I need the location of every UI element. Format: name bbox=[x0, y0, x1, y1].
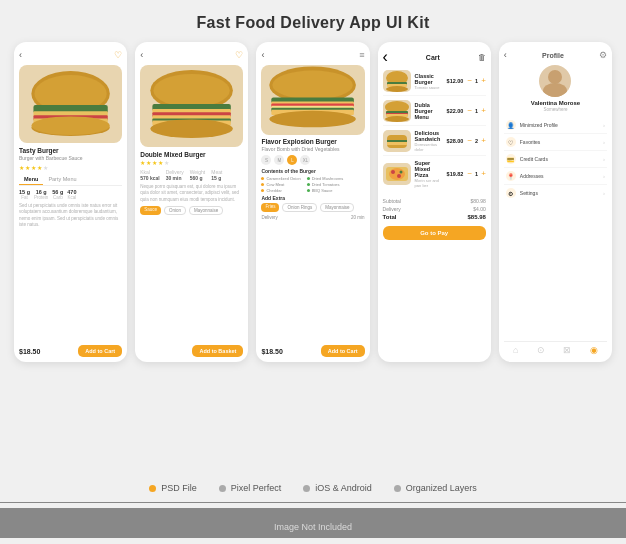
chevron-favorites: › bbox=[603, 139, 605, 145]
svg-point-25 bbox=[270, 111, 357, 128]
svg-point-42 bbox=[399, 171, 402, 174]
chevron-cards: › bbox=[603, 156, 605, 162]
svg-point-40 bbox=[391, 170, 395, 174]
qty-plus-1[interactable]: + bbox=[481, 77, 486, 85]
favorite-icon-s2[interactable]: ♡ bbox=[235, 50, 243, 60]
feat-ios: iOS & Android bbox=[303, 483, 372, 493]
footer: PSD File Pixel Perfect iOS & Android Org… bbox=[0, 475, 626, 544]
cart-qty-3: − 2 + bbox=[467, 137, 485, 145]
food-title-s1: Tasty Burger bbox=[19, 147, 122, 154]
svg-rect-37 bbox=[387, 142, 407, 145]
feat-layers: Organized Layers bbox=[394, 483, 477, 493]
settings-icon: ⚙ bbox=[506, 188, 516, 198]
cart-img-3 bbox=[383, 130, 411, 152]
cart-price-2: $22.00 bbox=[447, 108, 464, 114]
bottom-nav-s5: ⌂ ⊙ ⊠ ◉ bbox=[504, 341, 607, 357]
pixel-dot bbox=[219, 485, 226, 492]
cards-icon: 💳 bbox=[506, 154, 516, 164]
food-image-s1 bbox=[19, 65, 122, 143]
menu-item-addresses[interactable]: 📍 Addresses › bbox=[504, 168, 607, 185]
extras-s2: Sauce Onion Mayonnaise bbox=[140, 206, 243, 215]
qty-minus-4[interactable]: − bbox=[467, 170, 472, 178]
price-row-s1: $18.50 Add to Cart bbox=[19, 343, 122, 357]
svg-point-7 bbox=[31, 116, 109, 135]
delivery-row-s3: Delivery 20 min bbox=[261, 215, 364, 220]
food-image-s2 bbox=[140, 65, 243, 147]
back-arrow-s5[interactable]: ‹ bbox=[504, 50, 507, 60]
bnav-home[interactable]: ⌂ bbox=[513, 345, 518, 355]
add-to-cart-s3[interactable]: Add to Cart bbox=[321, 345, 365, 357]
qty-plus-3[interactable]: + bbox=[481, 137, 486, 145]
menu-item-favorites[interactable]: ♡ Favorites › bbox=[504, 134, 607, 151]
delivery-label-cart: Delivery bbox=[383, 206, 401, 212]
cart-qty-4: − 1 + bbox=[467, 170, 485, 178]
mayo-btn-s2[interactable]: Mayonnaise bbox=[189, 206, 223, 215]
layers-label: Organized Layers bbox=[406, 483, 477, 493]
cart-img-2 bbox=[383, 100, 411, 122]
onion-btn-s2[interactable]: Onion bbox=[164, 206, 186, 215]
add-to-basket-s2[interactable]: Add to Basket bbox=[192, 345, 243, 357]
svg-point-29 bbox=[386, 86, 408, 92]
tab-party-s1[interactable]: Party Menu bbox=[43, 174, 81, 185]
cart-info-3: Delicious Sandwich Doresseritus dolor bbox=[415, 130, 443, 152]
go-to-pay-btn[interactable]: Go to Pay bbox=[383, 226, 486, 240]
menu-item-cards[interactable]: 💳 Credit Cards › bbox=[504, 151, 607, 168]
list-icon-s3[interactable]: ≡ bbox=[359, 50, 364, 60]
cart-img-1 bbox=[383, 70, 411, 92]
back-arrow-s3[interactable]: ‹ bbox=[261, 50, 264, 60]
back-arrow-s2[interactable]: ‹ bbox=[140, 50, 143, 60]
menu-item-settings[interactable]: ⚙ Settings › bbox=[504, 185, 607, 201]
size-row-s3: S M L XL bbox=[261, 155, 364, 165]
price-row-s2: Add to Basket bbox=[140, 343, 243, 357]
size-m[interactable]: M bbox=[274, 155, 284, 165]
back-arrow-s1[interactable]: ‹ bbox=[19, 50, 22, 60]
profile-icon: 👤 bbox=[506, 120, 516, 130]
svg-point-34 bbox=[385, 116, 409, 122]
qty-val-1: 1 bbox=[475, 78, 478, 84]
add-to-cart-s1[interactable]: Add to Cart bbox=[78, 345, 122, 357]
cart-name-3: Delicious Sandwich bbox=[415, 130, 443, 142]
kkal-row-s2: Kkal 570 kcal Delivery 30 min Weight 560… bbox=[140, 169, 243, 181]
topbar-s2: ‹ ♡ bbox=[140, 48, 243, 62]
qty-minus-3[interactable]: − bbox=[467, 137, 472, 145]
delivery-label-s3: Delivery bbox=[261, 215, 277, 220]
qty-plus-4[interactable]: + bbox=[481, 170, 486, 178]
ingr-meat: Cow Meat bbox=[261, 182, 300, 187]
topbar-s5: ‹ Profile ⚙ bbox=[504, 48, 607, 62]
ingredients-s3: Caramelized Onion Cow Meat Cheddar Dried… bbox=[261, 176, 364, 193]
divider bbox=[0, 502, 626, 503]
subtotal-label: Subtotal bbox=[383, 198, 401, 204]
bnav-profile[interactable]: ◉ bbox=[590, 345, 598, 355]
svg-point-16 bbox=[151, 119, 234, 138]
cart-price-4: $19.82 bbox=[447, 171, 464, 177]
extra-mayo-s3[interactable]: Mayonnaise bbox=[320, 203, 354, 212]
bnav-search[interactable]: ⊙ bbox=[537, 345, 545, 355]
extra-rings[interactable]: Onion Rings bbox=[282, 203, 317, 212]
menu-item-profile[interactable]: 👤 Minimized Profile › bbox=[504, 117, 607, 134]
screens-area: ‹ ♡ Tasty Burger bbox=[0, 42, 626, 475]
cart-delete-icon[interactable]: 🗑 bbox=[478, 53, 486, 62]
cart-name-1: Classic Burger bbox=[415, 73, 443, 85]
qty-minus-1[interactable]: − bbox=[467, 77, 472, 85]
favorite-icon-s1[interactable]: ♡ bbox=[114, 50, 122, 60]
back-arrow-s4[interactable]: ‹ bbox=[383, 48, 388, 66]
size-s[interactable]: S bbox=[261, 155, 271, 165]
menu-label-settings: Settings bbox=[520, 190, 599, 196]
bnav-cart[interactable]: ⊠ bbox=[563, 345, 571, 355]
svg-point-41 bbox=[397, 174, 401, 178]
price-s1: $18.50 bbox=[19, 348, 40, 355]
sauce-btn-s2[interactable]: Sauce bbox=[140, 206, 161, 215]
qty-minus-2[interactable]: − bbox=[467, 107, 472, 115]
settings-icon-s5[interactable]: ⚙ bbox=[599, 50, 607, 60]
extra-fries[interactable]: Fries bbox=[261, 203, 279, 212]
size-l[interactable]: L bbox=[287, 155, 297, 165]
food-title-s2: Double Mixed Burger bbox=[140, 151, 243, 158]
tab-menu-s1[interactable]: Menu bbox=[19, 174, 43, 185]
kkal-s2: Kkal 570 kcal bbox=[140, 169, 159, 181]
size-xl[interactable]: XL bbox=[300, 155, 310, 165]
qty-val-3: 2 bbox=[475, 138, 478, 144]
feat-pixel: Pixel Perfect bbox=[219, 483, 282, 493]
cart-title: Cart bbox=[426, 54, 440, 61]
qty-plus-2[interactable]: + bbox=[481, 107, 486, 115]
favorites-icon: ♡ bbox=[506, 137, 516, 147]
